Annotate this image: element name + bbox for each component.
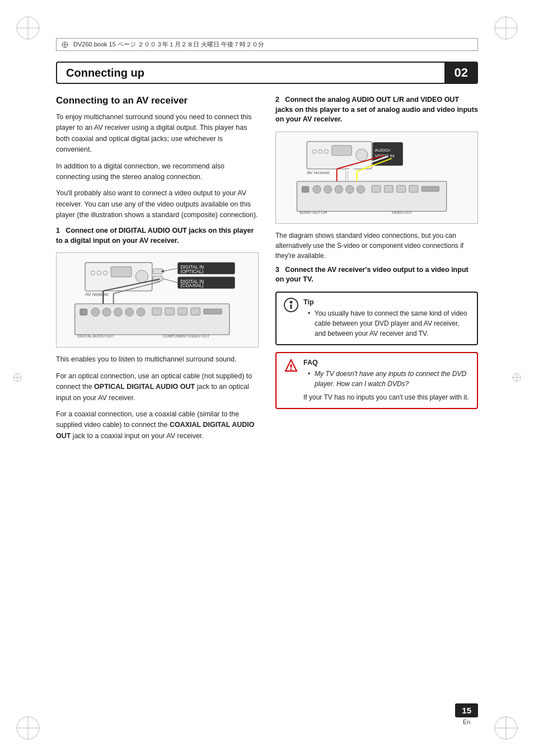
step1-coaxial-text: For a coaxial connection, use a coaxial …: [56, 409, 259, 442]
svg-rect-25: [111, 267, 132, 277]
svg-rect-75: [397, 185, 406, 192]
intro-para-1: To enjoy multichannel surround sound you…: [56, 112, 259, 156]
svg-point-61: [356, 149, 368, 161]
section-title: Connecting to an AV receiver: [56, 95, 259, 106]
svg-rect-47: [178, 308, 188, 316]
svg-point-42: [114, 308, 123, 317]
meta-text: DV260.book 15 ページ ２００３年１月２８日 火曜日 午後７時２０分: [73, 40, 264, 49]
tip-content: Tip You usually have to connect the same…: [303, 298, 470, 339]
svg-rect-27: [153, 269, 163, 274]
step1-diagram-svg: DIGITAL IN (OPTICAL) DIGITAL IN (COAXIAL…: [61, 257, 254, 342]
svg-rect-60: [332, 145, 352, 156]
step1-caption: This enables you to listen to multichann…: [56, 354, 259, 365]
step1-heading: 1 Connect one of DIGITAL AUDIO OUT jacks…: [56, 226, 259, 246]
corner-mark-tl: [11, 11, 45, 45]
svg-rect-74: [384, 185, 393, 192]
svg-rect-39: [80, 309, 87, 315]
svg-text:AV receiver: AV receiver: [307, 170, 330, 175]
step2-heading: 2 Connect the analog AUDIO OUT L/R and V…: [275, 95, 478, 125]
side-mark-left: [12, 372, 22, 384]
svg-point-71: [346, 185, 354, 193]
svg-point-43: [125, 308, 134, 317]
svg-rect-92: [291, 364, 292, 368]
svg-text:DIGITAL AUDIO OUT: DIGITAL AUDIO OUT: [77, 334, 115, 338]
svg-rect-76: [409, 185, 418, 192]
step2-diagram-svg: AUDIO/ VIDEO IN AV receiver: [280, 137, 473, 219]
step1-diagram: DIGITAL IN (OPTICAL) DIGITAL IN (COAXIAL…: [56, 252, 259, 348]
svg-point-68: [313, 185, 321, 193]
chapter-number: 02: [444, 62, 478, 84]
svg-rect-91: [291, 304, 292, 309]
faq-icon: [283, 358, 299, 376]
svg-point-44: [137, 308, 145, 317]
tip-label: Tip: [303, 298, 470, 306]
svg-rect-77: [421, 186, 439, 191]
svg-text:(OPTICAL): (OPTICAL): [180, 269, 203, 274]
svg-point-26: [135, 270, 148, 283]
svg-rect-49: [204, 309, 222, 314]
page-number-badge: 15: [455, 703, 478, 717]
main-content: Connecting to an AV receiver To enjoy mu…: [56, 95, 478, 700]
page-language: En: [463, 719, 470, 725]
svg-rect-45: [152, 308, 162, 316]
faq-label: FAQ: [303, 359, 470, 367]
svg-point-41: [102, 308, 111, 317]
svg-rect-73: [372, 185, 381, 192]
svg-text:(COAXIAL): (COAXIAL): [180, 283, 204, 289]
corner-mark-br: [489, 711, 523, 745]
left-column: Connecting to an AV receiver To enjoy mu…: [56, 95, 259, 700]
faq-question: My TV doesn't have any inputs to connect…: [308, 369, 470, 389]
step2-diagram: AUDIO/ VIDEO IN AV receiver: [275, 132, 478, 224]
faq-answer: If your TV has no inputs you can't use t…: [303, 392, 470, 402]
tip-list: You usually have to connect the same kin…: [303, 308, 470, 339]
svg-point-72: [357, 185, 364, 193]
page-header: Connecting up 02: [56, 62, 478, 84]
svg-text:COMPONENT/VIDEO OUT: COMPONENT/VIDEO OUT: [162, 334, 210, 338]
svg-rect-48: [191, 308, 200, 316]
svg-point-90: [290, 300, 293, 303]
svg-text:AUDIO/: AUDIO/: [374, 147, 390, 152]
svg-point-40: [91, 308, 100, 317]
svg-point-70: [335, 185, 343, 193]
step2-note: The diagram shows standard video connect…: [275, 231, 478, 261]
svg-text:AV receiver: AV receiver: [85, 292, 109, 297]
side-mark-right: [512, 372, 522, 384]
faq-question-list: My TV doesn't have any inputs to connect…: [303, 369, 470, 389]
step3-heading: 3 Connect the AV receiver's video output…: [275, 265, 478, 285]
svg-line-36: [162, 279, 178, 283]
svg-point-93: [291, 368, 292, 370]
tip-item: You usually have to connect the same kin…: [308, 308, 470, 339]
faq-content: FAQ My TV doesn't have any inputs to con…: [303, 359, 470, 402]
step1-optical-text: For an optical connection, use an optica…: [56, 371, 259, 403]
svg-point-69: [324, 185, 332, 193]
chapter-title: Connecting up: [56, 62, 444, 84]
svg-text:AUDIO OUT L/R: AUDIO OUT L/R: [299, 210, 327, 214]
tip-box: Tip You usually have to connect the same…: [275, 292, 478, 345]
page-number-box: 15 En: [455, 703, 478, 725]
meta-crosshair-icon: [61, 41, 69, 49]
faq-box: FAQ My TV doesn't have any inputs to con…: [275, 352, 478, 409]
corner-mark-tr: [489, 11, 523, 45]
svg-line-32: [162, 269, 178, 272]
right-column: 2 Connect the analog AUDIO OUT L/R and V…: [275, 95, 478, 700]
intro-para-3: You'll probably also want to connect a v…: [56, 188, 259, 220]
corner-mark-bl: [11, 711, 45, 745]
tip-icon: [283, 297, 299, 316]
svg-text:VIDEO OUT: VIDEO OUT: [392, 210, 413, 214]
meta-bar: DV260.book 15 ページ ２００３年１月２８日 火曜日 午後７時２０分: [56, 38, 478, 51]
intro-para-2: In addition to a digital connection, we …: [56, 161, 259, 183]
svg-rect-46: [165, 308, 175, 316]
svg-rect-67: [302, 186, 308, 192]
